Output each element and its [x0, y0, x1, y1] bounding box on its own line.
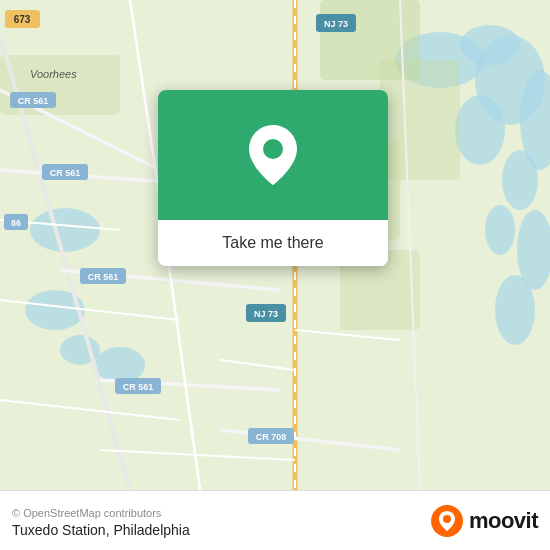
svg-text:CR 561: CR 561	[50, 168, 81, 178]
svg-point-55	[263, 139, 283, 159]
location-pin-icon	[249, 125, 297, 185]
svg-point-10	[30, 208, 100, 252]
bottom-bar: © OpenStreetMap contributors Tuxedo Stat…	[0, 490, 550, 550]
location-label: Tuxedo Station, Philadelphia	[12, 522, 190, 538]
popup-header	[158, 90, 388, 220]
svg-point-4	[455, 95, 505, 165]
svg-point-9	[495, 275, 535, 345]
svg-text:673: 673	[14, 14, 31, 25]
openstreetmap-attribution: © OpenStreetMap contributors	[12, 507, 161, 519]
svg-point-57	[443, 515, 451, 523]
take-me-there-button[interactable]: Take me there	[158, 220, 388, 266]
moovit-logo: moovit	[431, 505, 538, 537]
svg-text:Voorhees: Voorhees	[30, 68, 77, 80]
svg-point-6	[502, 150, 538, 210]
svg-text:CR 561: CR 561	[88, 272, 119, 282]
svg-point-13	[95, 347, 145, 383]
svg-text:CR 561: CR 561	[123, 382, 154, 392]
svg-text:86: 86	[11, 218, 21, 228]
moovit-text: moovit	[469, 508, 538, 534]
svg-text:CR 708: CR 708	[256, 432, 287, 442]
popup-card: Take me there	[158, 90, 388, 266]
svg-text:NJ 73: NJ 73	[324, 19, 348, 29]
map-container: 673 NJ 73 NJ 73 CR 561 CR 561 CR 561 CR …	[0, 0, 550, 490]
svg-text:CR 561: CR 561	[18, 96, 49, 106]
svg-point-7	[485, 205, 515, 255]
moovit-icon	[431, 505, 463, 537]
svg-text:NJ 73: NJ 73	[254, 309, 278, 319]
